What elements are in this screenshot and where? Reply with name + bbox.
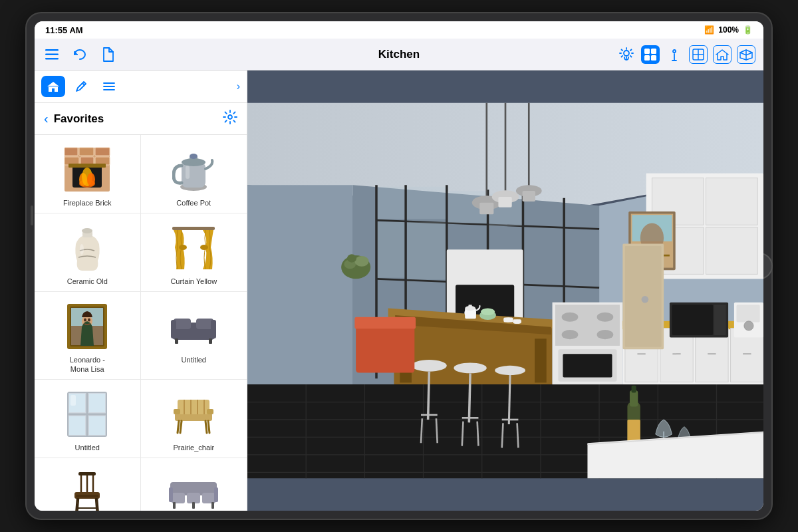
svg-rect-126 [407,187,446,219]
svg-rect-4 [644,49,650,54]
svg-rect-145 [498,197,511,207]
svg-rect-220 [627,420,640,443]
list-item[interactable]: Chair_002 [35,458,141,511]
side-button[interactable] [31,205,33,225]
info-button[interactable] [665,45,684,64]
tab-list[interactable] [97,76,121,97]
svg-rect-31 [68,164,106,168]
svg-rect-129 [378,222,405,278]
svg-rect-73 [174,409,180,414]
svg-line-162 [509,375,510,424]
svg-rect-95 [214,487,218,502]
view-house-button[interactable] [713,45,732,64]
item-image-monalisa [61,300,114,353]
sidebar-back-button[interactable]: ‹ [44,111,49,126]
item-image-chair002 [61,466,114,511]
tab-draw[interactable] [69,76,93,97]
svg-line-152 [428,372,430,420]
main-content: › ‹ Favorites [35,70,763,511]
svg-rect-150 [535,338,547,382]
svg-point-3 [624,51,629,56]
battery-icon: 🔋 [743,25,753,35]
svg-rect-203 [736,305,759,322]
status-time: 11:55 AM [45,25,83,35]
item-image-prairie [167,388,220,441]
3d-view[interactable] [247,70,763,511]
svg-rect-96 [173,502,176,509]
svg-rect-22 [95,148,110,156]
svg-point-180 [562,330,579,339]
item-label-prairie: Prairie_chair [173,444,214,452]
svg-rect-63 [89,394,105,412]
list-item[interactable]: Curtain Yellow [141,213,247,292]
list-item[interactable]: Sofa3x_amazing [141,458,247,511]
svg-point-212 [642,296,649,303]
menu-button[interactable] [43,45,61,64]
svg-rect-6 [644,55,650,61]
document-button[interactable] [98,45,117,64]
svg-rect-7 [651,55,656,61]
svg-point-215 [354,256,368,267]
svg-rect-177 [555,305,620,346]
sidebar-tabs: › [35,70,247,103]
svg-point-156 [454,362,486,373]
svg-rect-57 [175,338,178,344]
list-item[interactable]: Ceramic Old [35,213,141,292]
svg-point-30 [87,173,95,186]
list-item[interactable]: Leonardo - Mona Lisa [35,292,141,379]
svg-rect-171 [513,319,521,323]
item-label-fireplace: Fireplace Brick [63,199,112,207]
svg-rect-64 [69,416,85,435]
svg-rect-98 [192,502,195,509]
svg-rect-2 [45,58,59,60]
svg-line-157 [469,373,470,422]
svg-rect-183 [563,354,612,377]
svg-rect-130 [407,222,446,279]
svg-rect-200 [672,305,713,335]
svg-rect-91 [172,493,185,503]
svg-point-216 [347,254,356,262]
svg-rect-58 [209,338,212,344]
svg-rect-82 [78,472,96,475]
svg-point-51 [88,319,90,322]
svg-line-164 [502,423,503,448]
svg-rect-66 [70,395,76,406]
item-label-curtain: Curtain Yellow [170,277,217,286]
svg-rect-175 [468,305,471,309]
item-image-curtain [167,221,220,275]
svg-rect-186 [706,178,758,225]
sidebar-expand-arrow[interactable]: › [237,80,240,92]
tab-house[interactable] [41,76,65,97]
svg-line-155 [436,418,438,443]
svg-rect-56 [211,320,216,338]
view-2d-button[interactable] [689,45,708,64]
list-item[interactable]: Coffee Pot [141,135,247,213]
sidebar-header: ‹ Favorites [35,103,247,135]
list-item[interactable]: Untitled [141,292,247,379]
svg-line-76 [208,421,209,433]
items-grid: Fireplace Brick [35,135,247,511]
library-button[interactable] [641,45,660,64]
view-3d-button[interactable] [737,45,755,64]
svg-line-78 [205,421,207,433]
svg-rect-37 [186,166,190,179]
svg-rect-97 [211,502,214,509]
toolbar-left [43,45,117,64]
undo-button[interactable] [70,45,89,64]
list-item[interactable]: Untitled [35,380,141,458]
toolbar: Kitchen [35,39,763,70]
svg-rect-228 [354,317,416,329]
sidebar-settings-icon[interactable] [223,110,237,128]
svg-rect-20 [65,148,78,156]
svg-line-77 [180,421,182,433]
light-button[interactable] [617,45,636,64]
list-item[interactable]: Prairie_chair [141,380,247,458]
svg-rect-0 [45,49,59,51]
svg-point-179 [597,313,614,322]
svg-rect-139 [479,203,493,215]
item-label-untitled-sofa: Untitled [182,356,206,364]
svg-rect-227 [356,326,414,373]
svg-rect-125 [378,187,405,219]
svg-rect-5 [651,49,656,54]
list-item[interactable]: Fireplace Brick [35,135,141,213]
